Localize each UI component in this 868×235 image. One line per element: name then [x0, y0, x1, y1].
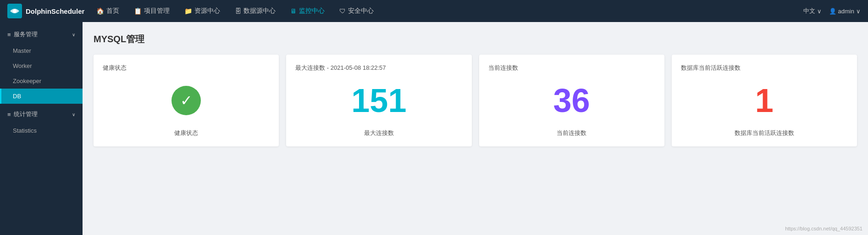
nav-item-monitor[interactable]: 🖥 监控中心: [284, 4, 331, 18]
current-connections-header-text: 当前连接数: [488, 64, 518, 71]
stats-expand-icon: ∨: [72, 112, 75, 117]
max-connections-footer: 最大连接数: [364, 129, 394, 137]
master-label: Master: [13, 47, 31, 54]
health-card-footer: 健康状态: [174, 129, 198, 137]
language-selector[interactable]: 中文 ∨: [803, 7, 822, 15]
content-area: MYSQL管理 健康状态 ✓ 健康状态 最大连接数 - 2021-05-08 1…: [83, 22, 868, 235]
max-connections-card: 最大连接数 - 2021-05-08 18:22:57 151 最大连接数: [286, 55, 471, 146]
sidebar-item-master[interactable]: Master: [0, 43, 83, 58]
datasource-icon: 🗄: [235, 7, 241, 15]
active-connections-card: 数据库当前活跃连接数 1 数据库当前活跃连接数: [672, 55, 857, 146]
username-label: admin: [838, 8, 854, 15]
nav-security-label: 安全中心: [348, 7, 374, 15]
stats-group-text: 统计管理: [14, 110, 38, 118]
health-header-text: 健康状态: [103, 64, 127, 71]
stats-group-label: ≡ 统计管理: [7, 110, 38, 118]
lang-label: 中文: [803, 7, 815, 15]
security-icon: 🛡: [339, 7, 346, 15]
max-connections-header: 最大连接数 - 2021-05-08 18:22:57: [295, 64, 462, 72]
stats-cards-grid: 健康状态 ✓ 健康状态 最大连接数 - 2021-05-08 18:22:57 …: [94, 55, 857, 146]
nav-item-project[interactable]: 📋 项目管理: [127, 4, 176, 18]
current-connections-card: 当前连接数 36 当前连接数: [479, 55, 664, 146]
watermark: https://blog.csdn.net/qq_44592351: [785, 226, 862, 231]
health-check-icon: ✓: [171, 86, 201, 115]
main-layout: ≡ 服务管理 ∨ Master Worker Zookeeper DB: [0, 22, 868, 235]
nav-resource-label: 资源中心: [194, 7, 220, 15]
nav-item-security[interactable]: 🛡 安全中心: [333, 4, 380, 18]
zookeeper-label: Zookeeper: [13, 78, 41, 84]
nav-item-datasource[interactable]: 🗄 数据源中心: [228, 4, 282, 18]
sidebar-item-db[interactable]: DB: [0, 89, 83, 104]
health-value-area: ✓: [171, 76, 201, 125]
sidebar-item-zookeeper[interactable]: Zookeeper: [0, 73, 83, 89]
service-group-label: ≡ 服务管理: [7, 30, 38, 39]
health-card: 健康状态 ✓ 健康状态: [94, 55, 279, 146]
active-connections-footer: 数据库当前活跃连接数: [735, 129, 794, 137]
sidebar-item-statistics[interactable]: Statistics: [0, 123, 83, 138]
sidebar-group-service-header[interactable]: ≡ 服务管理 ∨: [0, 26, 83, 43]
user-menu[interactable]: 👤 admin ∨: [829, 8, 861, 15]
max-connections-value-area: 151: [351, 76, 406, 125]
current-connections-header: 当前连接数: [488, 64, 655, 72]
active-connections-value-area: 1: [755, 76, 774, 125]
active-connections-header: 数据库当前活跃连接数: [681, 64, 848, 72]
project-icon: 📋: [134, 7, 142, 15]
service-expand-icon: ∨: [72, 32, 75, 37]
db-label: DB: [13, 93, 21, 100]
max-connections-header-text: 最大连接数 - 2021-05-08 18:22:57: [295, 64, 386, 71]
nav-project-label: 项目管理: [144, 7, 170, 15]
nav-item-resource[interactable]: 📁 资源中心: [178, 4, 227, 18]
current-connections-value: 36: [553, 84, 590, 117]
top-navigation: DolphinScheduler 🏠 首页 📋 项目管理 📁 资源中心 🗄 数据…: [0, 0, 868, 22]
statistics-label: Statistics: [13, 127, 37, 134]
menu-icon: ≡: [7, 31, 11, 38]
stats-menu-icon: ≡: [7, 111, 11, 118]
nav-monitor-label: 监控中心: [299, 7, 325, 15]
sidebar: ≡ 服务管理 ∨ Master Worker Zookeeper DB: [0, 22, 83, 235]
sidebar-group-service: ≡ 服务管理 ∨ Master Worker Zookeeper DB: [0, 26, 83, 104]
nav-right: 中文 ∨ 👤 admin ∨: [803, 7, 861, 15]
sidebar-group-stats: ≡ 统计管理 ∨ Statistics: [0, 106, 83, 138]
user-icon: 👤: [829, 8, 836, 15]
logo-text: DolphinScheduler: [26, 7, 84, 15]
nav-datasource-label: 数据源中心: [243, 7, 276, 15]
monitor-icon: 🖥: [290, 7, 297, 15]
logo-icon: [7, 4, 22, 18]
resource-icon: 📁: [184, 7, 192, 15]
service-group-text: 服务管理: [14, 30, 38, 39]
active-connections-header-text: 数据库当前活跃连接数: [681, 64, 741, 71]
sidebar-group-stats-header[interactable]: ≡ 统计管理 ∨: [0, 106, 83, 123]
current-connections-footer: 当前连接数: [557, 129, 586, 137]
nav-home-label: 首页: [106, 7, 119, 15]
user-chevron-icon: ∨: [856, 8, 861, 15]
worker-label: Worker: [13, 62, 32, 69]
logo: DolphinScheduler: [7, 4, 90, 18]
health-card-header: 健康状态: [103, 64, 270, 72]
nav-item-home[interactable]: 🏠 首页: [90, 4, 126, 18]
sidebar-item-worker[interactable]: Worker: [0, 58, 83, 73]
active-connections-value: 1: [755, 84, 774, 117]
chevron-down-icon: ∨: [817, 8, 822, 15]
svg-point-1: [13, 9, 17, 13]
page-title: MYSQL管理: [94, 33, 857, 45]
current-connections-value-area: 36: [553, 76, 590, 125]
nav-items: 🏠 首页 📋 项目管理 📁 资源中心 🗄 数据源中心 🖥 监控中心 🛡 安全中心: [90, 4, 803, 18]
max-connections-value: 151: [351, 84, 406, 117]
home-icon: 🏠: [96, 7, 104, 15]
